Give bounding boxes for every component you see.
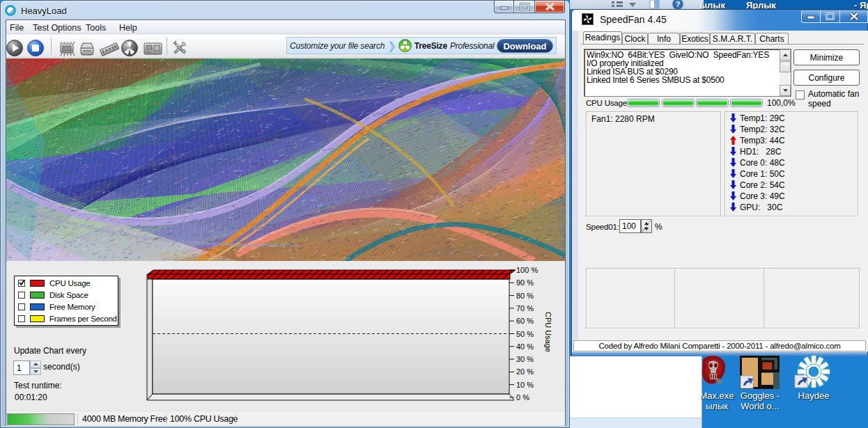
svg-text:?: ? xyxy=(676,0,681,8)
svg-text:10 %: 10 % xyxy=(516,381,534,389)
svg-text:100 %: 100 % xyxy=(516,266,538,274)
svg-text:90 %: 90 % xyxy=(516,278,534,287)
svg-text:60 %: 60 % xyxy=(516,317,534,325)
svg-text:80 %: 80 % xyxy=(516,292,534,300)
svg-text:40 %: 40 % xyxy=(516,342,534,351)
svg-text:50 %: 50 % xyxy=(516,330,534,338)
svg-text:CPU Usage: CPU Usage xyxy=(544,312,552,352)
svg-text:20 %: 20 % xyxy=(516,367,534,376)
svg-text:0 %: 0 % xyxy=(516,393,529,402)
svg-text:70 %: 70 % xyxy=(516,304,534,312)
svg-text:30 %: 30 % xyxy=(516,355,534,363)
